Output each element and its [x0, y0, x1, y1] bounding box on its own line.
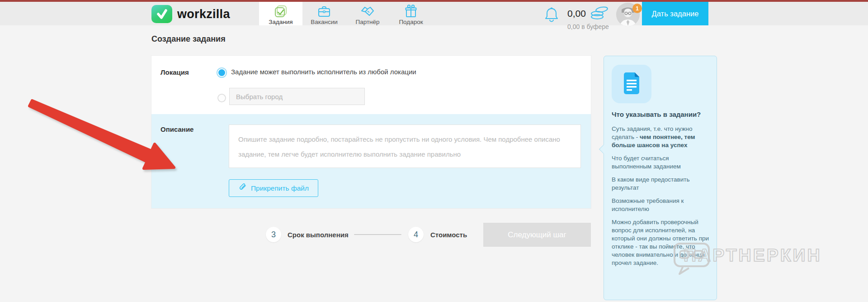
location-label: Локация [160, 68, 189, 76]
task-form-card: Локация Задание может выполнить исполнит… [151, 56, 591, 208]
sidebar-tip: Что будет считаться выполненным заданием [612, 154, 709, 171]
nav-tab-label: Задания [269, 19, 292, 25]
page-title: Создание задания [151, 34, 226, 44]
location-any-label[interactable]: Задание может выполнить исполнитель из л… [231, 68, 416, 76]
nav-tab-tasks[interactable]: Задания [259, 2, 302, 25]
watermark-text: ПАРТНЕРКИН [684, 244, 864, 269]
nav-tab-gift[interactable]: Подарок [389, 2, 433, 25]
svg-text:ПАРТНЕРКИН: ПАРТНЕРКИН [684, 245, 822, 265]
nav-tab-partner[interactable]: Партнёр [346, 2, 389, 25]
balance-buffer: 0,00 в буфере [567, 23, 610, 30]
location-any-radio[interactable] [217, 68, 226, 77]
workzilla-logo[interactable]: workzilla [151, 5, 230, 23]
workzilla-logo-text: workzilla [177, 7, 230, 21]
user-avatar[interactable]: 1 [616, 3, 640, 26]
briefcase-icon [317, 5, 331, 18]
main-nav: Задания Вакансии [259, 2, 433, 25]
workzilla-logo-check-icon [151, 5, 172, 23]
coins-icon [590, 5, 610, 22]
step-3-label: Срок выполнения [288, 231, 349, 239]
notification-count-badge: 1 [632, 4, 642, 13]
balance-amount: 0,00 [567, 8, 586, 19]
nav-tab-label: Партнёр [355, 19, 379, 25]
next-step-button[interactable]: Следующий шаг [483, 223, 591, 247]
description-textarea[interactable] [229, 125, 581, 168]
sidebar-tip: В каком виде предоставить результат [612, 176, 709, 192]
step-3-circle: 3 [266, 227, 281, 242]
sidebar-tip: Суть задания, т.е. что нужно сделать - ч… [612, 125, 709, 149]
description-section: Описание Прикрепить файл [151, 114, 591, 208]
red-annotation-arrow [14, 86, 194, 186]
attach-file-label: Прикрепить файл [251, 184, 309, 192]
document-icon [621, 71, 642, 97]
step-4-label: Стоимость [430, 231, 467, 239]
document-icon-tile [612, 65, 651, 103]
nav-tab-label: Подарок [399, 19, 423, 25]
workzilla-task-creation-page: workzilla Задания [0, 0, 868, 302]
location-section: Локация Задание может выполнить исполнит… [151, 56, 591, 114]
header-bar: workzilla Задания [0, 2, 868, 25]
step-connector-line [354, 234, 401, 235]
sidebar-tip: Возможные требования к исполнителю [612, 197, 709, 213]
city-input[interactable] [229, 88, 365, 105]
sidebar-title: Что указывать в задании? [612, 110, 701, 118]
paperclip-icon [238, 183, 247, 193]
attach-file-button[interactable]: Прикрепить файл [229, 179, 318, 197]
balance-widget[interactable]: 0,00 0,00 в буфере [567, 5, 610, 30]
tasks-check-square-icon [274, 5, 288, 18]
create-task-button[interactable]: Дать задание [642, 2, 708, 25]
nav-tab-label: Вакансии [311, 19, 338, 25]
step-4-circle: 4 [408, 227, 424, 242]
location-city-radio[interactable] [217, 94, 226, 102]
nav-tab-vacancies[interactable]: Вакансии [302, 2, 346, 25]
handshake-icon [360, 5, 375, 18]
gift-icon [405, 5, 417, 18]
sidebar-pointer-notch [599, 144, 609, 154]
notifications-bell-icon[interactable] [544, 6, 559, 24]
